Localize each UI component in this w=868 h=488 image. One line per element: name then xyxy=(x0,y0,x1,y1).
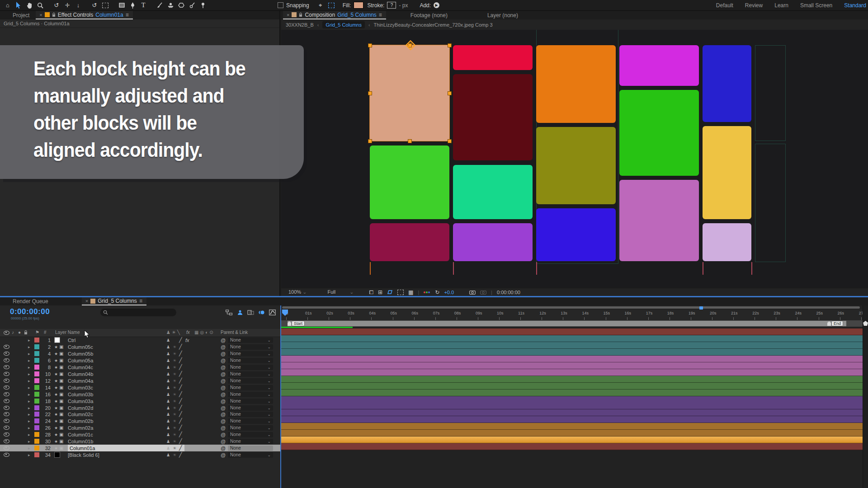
marquee-tool-icon[interactable] xyxy=(100,1,110,10)
add-property-icon[interactable]: ▶ xyxy=(434,2,439,8)
quality-switch[interactable]: ╱ xyxy=(179,451,182,458)
panel-menu-icon[interactable]: ≡ xyxy=(379,12,382,18)
label-color-chip[interactable] xyxy=(34,398,39,404)
layer-name[interactable]: Column05b xyxy=(68,350,93,357)
selection-handle[interactable] xyxy=(368,139,372,143)
parent-dropdown[interactable]: None⌄ xyxy=(228,424,273,431)
layer-name-column-header[interactable]: Layer Name xyxy=(55,330,80,335)
home-icon[interactable]: ⌂ xyxy=(3,1,13,10)
shape-tool-icon[interactable] xyxy=(117,1,127,10)
roto-brush-tool-icon[interactable] xyxy=(187,1,197,10)
label-color-chip[interactable] xyxy=(34,418,39,424)
safe-margins-icon[interactable]: ⊞ xyxy=(378,289,382,296)
label-color-chip[interactable] xyxy=(34,371,39,377)
video-column-icon[interactable] xyxy=(4,331,9,335)
collapse-switch[interactable]: ☀ xyxy=(173,391,176,398)
parent-dropdown[interactable]: None⌄ xyxy=(228,337,273,343)
parent-dropdown[interactable]: None⌄ xyxy=(228,377,273,384)
layer-row-12[interactable]: ▸ 12 ★ ▣ Column04a ♟ ☀ ╱ @ None⌄ xyxy=(0,377,280,384)
layer-search-input[interactable] xyxy=(100,309,176,316)
eye-icon[interactable] xyxy=(4,343,9,350)
collapse-switch[interactable]: ☀ xyxy=(173,357,176,364)
collapse-switch[interactable]: ☀ xyxy=(173,343,176,350)
work-area-range[interactable] xyxy=(288,321,846,326)
parent-dropdown[interactable]: None⌄ xyxy=(228,364,273,371)
work-area-bar[interactable]: Start End xyxy=(281,320,863,327)
eye-icon[interactable] xyxy=(4,384,9,391)
dolly-camera-tool-icon[interactable]: ↓ xyxy=(73,1,83,10)
magnification-select[interactable]: 100% ⌄ xyxy=(288,289,307,295)
workspace-standard[interactable]: Standard xyxy=(844,2,866,9)
twirl-icon[interactable]: ▸ xyxy=(28,438,30,445)
layer-name[interactable]: Column02b xyxy=(68,418,93,424)
collapse-switch[interactable]: ☀ xyxy=(173,350,176,357)
parent-dropdown[interactable]: None⌄ xyxy=(228,350,273,357)
eye-icon[interactable] xyxy=(4,350,9,357)
parent-dropdown[interactable]: None⌄ xyxy=(228,398,273,404)
parent-dropdown[interactable]: None⌄ xyxy=(228,445,273,451)
navigator-handle[interactable] xyxy=(699,306,703,310)
eye-icon[interactable] xyxy=(4,371,9,377)
grid-block-column04a[interactable] xyxy=(619,45,699,86)
workspace-review[interactable]: Review xyxy=(745,2,763,9)
label-color-chip[interactable] xyxy=(34,343,39,350)
layer-name[interactable]: Ctrl xyxy=(68,337,75,343)
breadcrumb-item-active[interactable]: Grid_5 Columns xyxy=(322,21,364,28)
region-of-interest-icon[interactable] xyxy=(397,290,404,295)
collapse-switch[interactable]: ☀ xyxy=(173,445,176,451)
twirl-icon[interactable]: ▸ xyxy=(28,337,30,343)
workspace-small-screen[interactable]: Small Screen xyxy=(800,2,832,9)
label-color-chip[interactable] xyxy=(34,424,39,431)
shy-switch[interactable]: ♟ xyxy=(166,398,170,404)
time-ruler[interactable]: 0s01s02s03s04s05s06s07s08s09s10s11s12s13… xyxy=(281,310,863,320)
grid-block-column05c[interactable] xyxy=(703,223,751,261)
collapse-switch[interactable]: ☀ xyxy=(173,438,176,445)
quality-switch[interactable]: ╱ xyxy=(179,418,182,424)
quality-switch[interactable]: ╱ xyxy=(179,404,182,411)
eye-icon[interactable] xyxy=(4,445,9,451)
eye-icon[interactable] xyxy=(4,431,9,438)
grid-block-column02d[interactable] xyxy=(453,223,533,261)
pick-whip-icon[interactable]: @ xyxy=(221,424,226,431)
layer-row-28[interactable]: ▸ 28 ★ ▣ Column01c ♟ ☀ ╱ @ None⌄ xyxy=(0,431,280,438)
exposure-reset-icon[interactable]: ↻ xyxy=(435,289,439,296)
fill-color-swatch[interactable] xyxy=(354,2,363,9)
tab-composition[interactable]: × Composition Grid_5 Columns ≡ xyxy=(283,11,386,19)
panel-menu-icon[interactable]: ≡ xyxy=(126,12,129,18)
layer-row-8[interactable]: ▸ 8 ★ ▣ Column04c ♟ ☀ ╱ @ None⌄ xyxy=(0,364,280,371)
shy-switch[interactable]: ♟ xyxy=(166,424,170,431)
pick-whip-icon[interactable]: @ xyxy=(221,357,226,364)
grid-block-column02c[interactable] xyxy=(453,165,533,219)
label-color-chip[interactable] xyxy=(34,404,39,411)
twirl-icon[interactable]: ▸ xyxy=(28,350,30,357)
exposure-value[interactable]: +0.0 xyxy=(444,290,454,295)
close-icon[interactable]: × xyxy=(85,298,88,304)
twirl-icon[interactable]: ▸ xyxy=(28,445,30,451)
shy-switch[interactable]: ♟ xyxy=(166,377,170,384)
eye-icon[interactable] xyxy=(4,424,9,431)
collapse-switch[interactable]: ☀ xyxy=(173,431,176,438)
shy-switch[interactable]: ♟ xyxy=(166,404,170,411)
selection-handle[interactable] xyxy=(448,139,452,143)
tab-timeline-comp[interactable]: × Grid_5 Columns ≡ xyxy=(82,297,146,305)
shy-switch[interactable]: ♟ xyxy=(166,371,170,377)
layer-bar-10[interactable] xyxy=(281,362,863,369)
pick-whip-icon[interactable]: @ xyxy=(221,350,226,357)
eye-icon[interactable] xyxy=(4,451,9,458)
label-color-chip[interactable] xyxy=(34,438,39,445)
parent-dropdown[interactable]: None⌄ xyxy=(228,384,273,391)
grid-block-column04c[interactable] xyxy=(619,180,699,261)
pick-whip-icon[interactable]: @ xyxy=(221,451,226,458)
puppet-pin-tool-icon[interactable] xyxy=(198,1,208,10)
quality-switch[interactable]: ╱ xyxy=(179,343,182,350)
pen-tool-icon[interactable] xyxy=(127,1,137,10)
audio-column-icon[interactable]: ♪ xyxy=(12,330,14,335)
selection-handle[interactable] xyxy=(368,91,372,95)
breadcrumb-item[interactable]: 30XXN2B_B xyxy=(286,22,314,28)
layer-row-2[interactable]: ▸ 2 ★ ▣ Column05c ♟ ☀ ╱ @ None⌄ xyxy=(0,343,280,350)
layer-bar-18[interactable] xyxy=(281,389,863,396)
eye-icon[interactable] xyxy=(4,411,9,418)
layer-row-10[interactable]: ▸ 10 ★ ▣ Column04b ♟ ☀ ╱ @ None⌄ xyxy=(0,371,280,377)
zoom-tool-icon[interactable] xyxy=(35,1,45,10)
lock-icon[interactable] xyxy=(299,13,302,17)
